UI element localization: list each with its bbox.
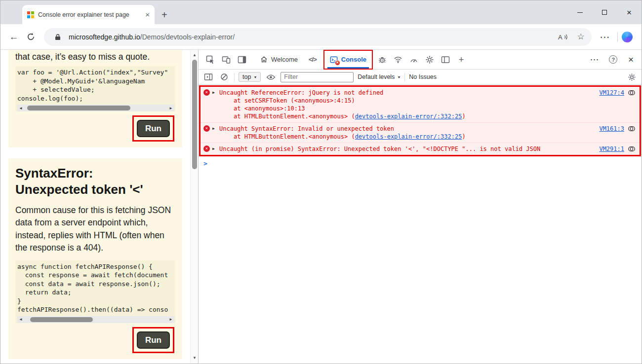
error-tip-section-2: SyntaxError: Unexpected token '<' Common… xyxy=(8,158,182,359)
code-snippet-2: async function fetchAPIResponse() { cons… xyxy=(17,262,174,314)
error-icon: × xyxy=(203,89,210,96)
expand-triangle-icon[interactable]: ▶ xyxy=(212,146,215,151)
console-messages-area: ×▶Uncaught ReferenceError: jQuery is not… xyxy=(199,85,642,364)
window-controls: × xyxy=(567,0,642,24)
browser-window: Console error explainer test page × + × … xyxy=(0,0,642,364)
issues-counter[interactable]: No Issues xyxy=(409,73,437,80)
device-emulation-icon[interactable] xyxy=(218,52,234,68)
console-sidebar-icon[interactable] xyxy=(202,71,214,83)
debugger-bug-icon[interactable] xyxy=(374,52,390,68)
scroll-down-arrow-icon[interactable]: ▼ xyxy=(191,354,198,362)
clear-console-icon[interactable] xyxy=(218,71,230,83)
refresh-button[interactable] xyxy=(22,29,39,45)
copilot-button[interactable] xyxy=(622,32,633,42)
browser-tab[interactable]: Console error explainer test page × xyxy=(22,5,155,24)
more-tools-plus-icon[interactable]: + xyxy=(453,52,469,68)
address-bar[interactable]: microsoftedge.github.io/Demos/devtools-e… xyxy=(44,28,592,46)
error-icon: × xyxy=(203,146,210,152)
content-area: that case, it’s easy to miss a quote. va… xyxy=(0,50,642,364)
scrollbar-thumb[interactable] xyxy=(27,106,130,110)
scrollbar-thumb[interactable] xyxy=(30,317,93,322)
microsoft-favicon-icon xyxy=(27,11,34,18)
copilot-explain-icon[interactable] xyxy=(628,125,636,133)
scroll-right-arrow-icon[interactable]: ► xyxy=(167,105,174,111)
performance-gauge-icon[interactable] xyxy=(406,52,422,68)
annotation-console-tab: ✕ Console xyxy=(323,50,373,70)
lock-icon[interactable] xyxy=(51,30,65,44)
network-conditions-icon[interactable] xyxy=(390,52,406,68)
code-snippet-1: var foo = '@Url.Action("index","Survey" … xyxy=(17,68,174,103)
console-prompt-row[interactable]: > xyxy=(199,156,642,167)
tab-console[interactable]: ✕ Console xyxy=(324,51,372,69)
annotation-error-messages: ×▶Uncaught ReferenceError: jQuery is not… xyxy=(199,85,641,156)
scroll-right-arrow-icon[interactable]: ► xyxy=(167,316,174,323)
favorites-star-icon[interactable]: ☆ xyxy=(574,30,588,44)
back-button[interactable]: ← xyxy=(5,29,22,45)
javascript-context-dropdown[interactable]: top ▼ xyxy=(239,72,261,82)
close-window-button[interactable]: × xyxy=(617,0,642,24)
url-path: /Demos/devtools-explain-error/ xyxy=(140,33,235,41)
console-source-link[interactable]: VM291:1 xyxy=(599,146,624,152)
tab-close-icon[interactable]: × xyxy=(145,11,150,18)
devtools-panel: Welcome </> ✕ Console xyxy=(198,50,642,364)
filter-input[interactable] xyxy=(281,72,354,82)
panel-layout-icon[interactable] xyxy=(234,52,250,68)
scroll-left-arrow-icon[interactable]: ◄ xyxy=(17,316,24,323)
new-tab-button[interactable]: + xyxy=(161,10,167,20)
console-error-row: ×▶Uncaught (in promise) SyntaxError: Une… xyxy=(201,143,640,155)
tab-sources[interactable]: </> xyxy=(303,50,322,70)
page-vertical-scrollbar[interactable]: ▲ ▼ xyxy=(190,50,198,364)
console-prompt-chevron: > xyxy=(203,160,207,167)
layout-panels-icon[interactable] xyxy=(438,52,453,68)
expand-triangle-icon[interactable]: ▶ xyxy=(212,126,215,131)
scrollbar-track[interactable] xyxy=(24,316,167,323)
stack-frame-line: at HTMLButtonElement.<anonymous> (devtoo… xyxy=(234,133,591,141)
console-source-link[interactable]: VM161:3 xyxy=(599,125,624,132)
scrollbar-thumb[interactable] xyxy=(192,60,197,169)
customize-devtools-icon[interactable]: ⋯ xyxy=(587,52,602,68)
scroll-up-arrow-icon[interactable]: ▲ xyxy=(191,51,198,59)
error-message-text: Uncaught (in promise) SyntaxError: Unexp… xyxy=(219,146,540,152)
console-source-link[interactable]: VM127:4 xyxy=(599,89,624,96)
error-message-text: Uncaught SyntaxError: Invalid or unexpec… xyxy=(219,125,394,132)
svg-text:A: A xyxy=(558,34,562,41)
error-count-badge: ✕ xyxy=(335,60,340,66)
home-icon xyxy=(260,56,268,63)
sources-code-icon: </> xyxy=(309,56,317,63)
minimize-button[interactable] xyxy=(567,0,592,24)
maximize-button[interactable] xyxy=(592,0,617,24)
code-1-horizontal-scrollbar[interactable]: ◄ ► xyxy=(17,105,174,111)
run-button-2[interactable]: Run xyxy=(137,331,170,349)
expand-triangle-icon[interactable]: ▶ xyxy=(212,90,215,95)
read-aloud-icon[interactable]: A xyxy=(556,30,570,44)
console-settings-gear-icon[interactable] xyxy=(626,71,638,83)
close-devtools-icon[interactable]: × xyxy=(624,54,638,65)
tab-welcome-label: Welcome xyxy=(271,56,298,63)
help-icon[interactable]: ? xyxy=(605,52,621,68)
tab-title: Console error explainer test page xyxy=(38,11,141,18)
stack-frame-line: at HTMLButtonElement.<anonymous> (devtoo… xyxy=(234,112,591,120)
scrollbar-track[interactable] xyxy=(24,105,167,111)
copilot-explain-icon[interactable] xyxy=(628,145,636,153)
log-levels-dropdown[interactable]: Default levels ▼ xyxy=(358,73,401,80)
inspect-element-icon[interactable] xyxy=(202,52,218,68)
tab-welcome[interactable]: Welcome xyxy=(255,50,303,70)
error-tip-section-1: that case, it’s easy to miss a quote. va… xyxy=(8,50,182,147)
chevron-down-icon: ▼ xyxy=(397,75,401,79)
settings-gear-icon[interactable] xyxy=(422,52,438,68)
tip-heading: SyntaxError: Unexpected token '<' xyxy=(15,165,154,197)
toolbar-divider xyxy=(404,73,405,81)
code-2-horizontal-scrollbar[interactable]: ◄ ► xyxy=(17,316,174,323)
scroll-left-arrow-icon[interactable]: ◄ xyxy=(17,105,24,111)
code-block-1: var foo = '@Url.Action("index","Survey" … xyxy=(15,66,175,111)
copilot-explain-icon[interactable] xyxy=(628,89,636,97)
live-expression-eye-icon[interactable] xyxy=(265,71,277,83)
console-error-row: ×▶Uncaught ReferenceError: jQuery is not… xyxy=(201,87,640,123)
settings-more-icon[interactable]: ⋯ xyxy=(597,29,613,45)
webpage-pane: that case, it’s easy to miss a quote. va… xyxy=(0,50,198,364)
error-message-text: Uncaught ReferenceError: jQuery is not d… xyxy=(219,89,383,96)
url-text: microsoftedge.github.io/Demos/devtools-e… xyxy=(69,33,552,41)
run-button-1[interactable]: Run xyxy=(137,120,170,137)
stack-source-link[interactable]: devtools-explain-error/:332:25 xyxy=(355,113,462,120)
stack-source-link[interactable]: devtools-explain-error/:332:25 xyxy=(355,133,462,140)
